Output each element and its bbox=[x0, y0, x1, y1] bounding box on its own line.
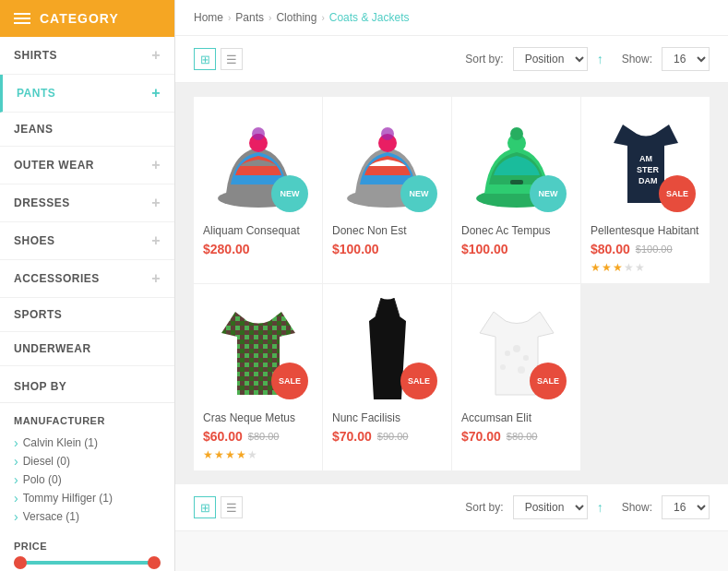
breadcrumb-pants[interactable]: Pants bbox=[235, 11, 264, 24]
svg-rect-10 bbox=[510, 180, 523, 184]
manufacturer-item[interactable]: Versace (1) bbox=[14, 507, 161, 526]
product-card[interactable]: SALE Accumsan Elit $70.00 $80.00 bbox=[452, 284, 580, 470]
product-card[interactable]: SALE Cras Neque Metus $60.00 $80.00 ★★★★… bbox=[194, 284, 322, 470]
product-image-container: SALE bbox=[332, 293, 442, 404]
sort-label-top: Sort by: bbox=[465, 53, 503, 65]
show-select-bottom[interactable]: 16 bbox=[662, 495, 710, 519]
sort-label-bottom: Sort by: bbox=[465, 501, 503, 514]
svg-text:AM: AM bbox=[639, 154, 652, 163]
show-select-top[interactable]: 16 bbox=[662, 47, 710, 71]
product-card[interactable]: NEW Donec Non Est $100.00 bbox=[323, 97, 451, 283]
manufacturer-item[interactable]: Calvin Klein (1) bbox=[14, 434, 161, 452]
product-price: $100.00 bbox=[332, 242, 442, 256]
product-badge: NEW bbox=[400, 175, 437, 212]
product-badge: SALE bbox=[400, 363, 437, 399]
price-slider[interactable] bbox=[14, 561, 161, 565]
star-icon: ★ bbox=[591, 261, 601, 274]
manufacturer-title: MANUFACTURER bbox=[14, 415, 161, 426]
product-price-current: $280.00 bbox=[203, 242, 250, 256]
sidebar-title: Category bbox=[40, 11, 119, 26]
sidebar-item-shirts[interactable]: SHIRTS+ bbox=[0, 37, 174, 75]
product-price-old: $80.00 bbox=[248, 431, 280, 442]
sidebar-item-sports[interactable]: SPORTS bbox=[0, 298, 174, 332]
product-badge: NEW bbox=[530, 175, 567, 212]
grid-view-button[interactable]: ⊞ bbox=[194, 48, 216, 70]
product-stars: ★★★★★ bbox=[591, 261, 700, 274]
product-image-container: NEW bbox=[203, 106, 313, 217]
star-icon: ★ bbox=[203, 448, 213, 461]
hamburger-icon[interactable] bbox=[14, 13, 30, 24]
product-card[interactable]: NEW Donec Ac Tempus $100.00 bbox=[452, 97, 580, 283]
view-icons-top: ⊞ ☰ bbox=[194, 48, 243, 70]
product-name: Donec Ac Tempus bbox=[461, 224, 571, 237]
price-section: PRICE — SEARCH bbox=[0, 533, 174, 571]
product-price-current: $80.00 bbox=[591, 242, 630, 256]
sidebar-item-jeans[interactable]: JEANS bbox=[0, 113, 174, 147]
sidebar-item-underwear[interactable]: UNDERWEAR bbox=[0, 332, 174, 366]
sort-select-bottom[interactable]: Position bbox=[513, 495, 588, 519]
sort-arrow-top[interactable]: ↑ bbox=[597, 52, 603, 66]
product-price: $100.00 bbox=[461, 242, 571, 256]
show-label-bottom: Show: bbox=[622, 501, 652, 514]
svg-point-3 bbox=[252, 127, 265, 140]
sidebar-item-label: SHIRTS bbox=[14, 49, 57, 62]
price-title: PRICE bbox=[14, 541, 161, 552]
sidebar-item-outerwear[interactable]: OUTER WEAR+ bbox=[0, 147, 174, 184]
product-price-old: $90.00 bbox=[377, 431, 409, 442]
product-price-current: $100.00 bbox=[332, 242, 379, 256]
sort-arrow-bottom[interactable]: ↑ bbox=[597, 500, 603, 515]
list-view-button[interactable]: ☰ bbox=[221, 48, 243, 70]
separator-2: › bbox=[269, 13, 271, 23]
product-card[interactable]: SALE Nunc Facilisis $70.00 $90.00 bbox=[323, 284, 451, 470]
sidebar-item-accessories[interactable]: ACCESSORIES+ bbox=[0, 260, 174, 298]
product-price-current: $70.00 bbox=[461, 429, 501, 444]
sidebar-item-label: PANTS bbox=[17, 87, 55, 100]
product-badge: SALE bbox=[530, 363, 567, 399]
product-card[interactable]: AM STER DAM SALE Pellentesque Habitant $… bbox=[581, 97, 710, 283]
product-stars: ★★★★★ bbox=[203, 448, 313, 461]
sidebar-nav: SHIRTS+PANTS+JEANSOUTER WEAR+DRESSES+SHO… bbox=[0, 37, 174, 366]
product-name: Accumsan Elit bbox=[461, 411, 571, 424]
svg-point-23 bbox=[518, 366, 525, 374]
plus-icon: + bbox=[151, 195, 161, 211]
star-icon: ★ bbox=[602, 261, 612, 274]
product-name: Cras Neque Metus bbox=[203, 411, 313, 424]
manufacturer-item[interactable]: Diesel (0) bbox=[14, 452, 161, 470]
divider bbox=[0, 402, 174, 403]
plus-icon: + bbox=[151, 157, 161, 173]
manufacturer-item[interactable]: Polo (0) bbox=[14, 470, 161, 489]
sidebar-item-dresses[interactable]: DRESSES+ bbox=[0, 184, 174, 222]
breadcrumb: Home › Pants › Clothing › Coats & Jacket… bbox=[175, 0, 728, 36]
manufacturer-list: Calvin Klein (1)Diesel (0)Polo (0)Tommy … bbox=[14, 434, 161, 526]
product-badge: SALE bbox=[659, 175, 696, 212]
svg-point-6 bbox=[381, 127, 394, 140]
star-icon: ★ bbox=[214, 448, 224, 461]
manufacturer-item[interactable]: Tommy Hilfiger (1) bbox=[14, 489, 161, 507]
product-price: $80.00 $100.00 bbox=[591, 242, 700, 256]
product-name: Aliquam Consequat bbox=[203, 224, 313, 237]
price-thumb-min[interactable] bbox=[14, 556, 27, 569]
product-badge: NEW bbox=[271, 175, 308, 212]
star-icon: ★ bbox=[225, 448, 235, 461]
product-image-container: SALE bbox=[461, 293, 571, 404]
sidebar: Category SHIRTS+PANTS+JEANSOUTER WEAR+DR… bbox=[0, 0, 175, 571]
product-price-current: $70.00 bbox=[332, 429, 372, 444]
star-icon: ★ bbox=[635, 261, 645, 274]
sidebar-item-label: DRESSES bbox=[14, 196, 70, 209]
sidebar-item-label: SHOES bbox=[14, 234, 55, 247]
sidebar-item-pants[interactable]: PANTS+ bbox=[0, 75, 174, 113]
sidebar-header[interactable]: Category bbox=[0, 0, 174, 37]
shop-by-label: SHOP BY bbox=[0, 366, 174, 398]
star-icon: ★ bbox=[613, 261, 623, 274]
product-price: $70.00 $90.00 bbox=[332, 429, 442, 444]
product-image-container: NEW bbox=[461, 106, 571, 217]
list-view-button-bottom[interactable]: ☰ bbox=[221, 496, 243, 518]
breadcrumb-clothing[interactable]: Clothing bbox=[276, 11, 316, 24]
breadcrumb-home[interactable]: Home bbox=[194, 11, 223, 24]
price-thumb-max[interactable] bbox=[148, 556, 161, 569]
sort-select-top[interactable]: Position bbox=[513, 47, 588, 71]
product-card[interactable]: NEW Aliquam Consequat $280.00 bbox=[194, 97, 322, 283]
sidebar-item-shoes[interactable]: SHOES+ bbox=[0, 222, 174, 260]
product-price: $280.00 bbox=[203, 242, 313, 256]
grid-view-button-bottom[interactable]: ⊞ bbox=[194, 496, 216, 518]
